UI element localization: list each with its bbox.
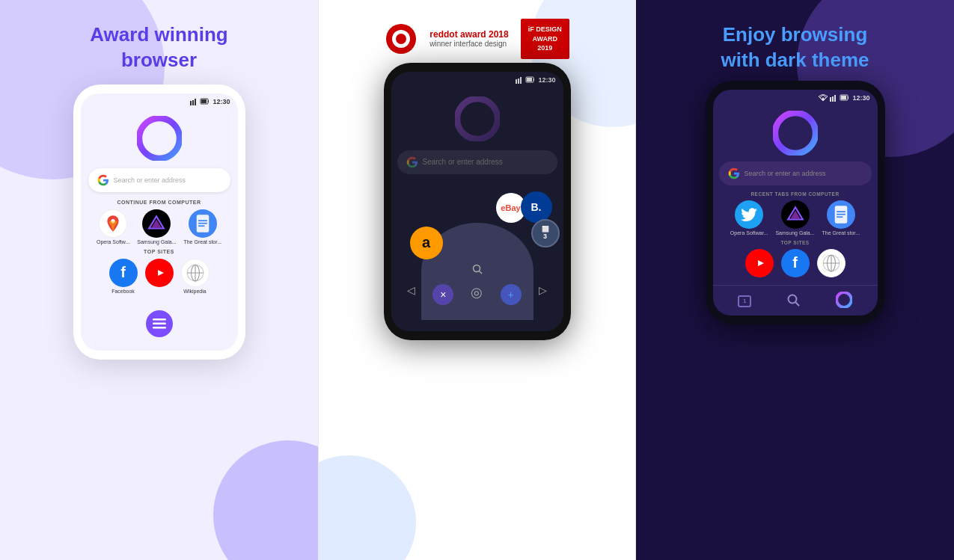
svg-rect-36 [834, 95, 836, 102]
time-left: 12:30 [212, 98, 230, 105]
svg-rect-4 [201, 99, 207, 103]
if-award: iF DESIGN AWARD 2019 [521, 19, 569, 59]
svg-rect-45 [837, 213, 846, 215]
nav-search[interactable] [786, 293, 800, 310]
app-label-samsung: Samsung Gala... [137, 239, 176, 244]
svg-rect-1 [192, 100, 194, 105]
svg-point-55 [837, 292, 851, 307]
app-label-fb: Facebook [111, 289, 135, 294]
svg-rect-29 [527, 78, 532, 81]
right-panel: Enjoy browsing with dark theme 12:30 [636, 0, 954, 560]
svg-rect-0 [190, 101, 192, 105]
phone-mockup-right: 12:30 [706, 81, 885, 324]
svg-rect-35 [832, 96, 834, 102]
section-label-recent: RECENT TABS FROM COMPUTER [713, 191, 878, 197]
reddot-label: reddot award 2018 [429, 29, 508, 40]
search-placeholder-center: Search or enter address [423, 158, 503, 166]
svg-rect-34 [830, 97, 831, 102]
app-label-docs: The Great stor... [183, 239, 221, 244]
apps-row1-left: Opera Softw... Samsung Gala... [81, 209, 238, 244]
svg-rect-26 [518, 79, 519, 84]
app-label-twitter: Opera Softwar... [730, 230, 768, 236]
svg-rect-38 [841, 96, 846, 99]
reddot-icon [385, 20, 418, 58]
speed-dial-search[interactable] [465, 257, 489, 281]
main-container: Award winning browser 12:30 [0, 0, 954, 560]
search-bar-left[interactable]: Search or enter address [88, 168, 230, 192]
svg-rect-27 [520, 77, 522, 84]
phone-mockup-center: 12:30 [384, 63, 571, 340]
phone-mockup-left: 12:30 [73, 84, 245, 360]
svg-point-40 [775, 113, 816, 153]
svg-rect-11 [198, 222, 207, 224]
app-label-docs-right: The Great stor... [822, 230, 860, 236]
svg-rect-46 [837, 216, 843, 218]
svg-rect-5 [208, 100, 209, 102]
svg-point-24 [396, 34, 406, 44]
left-panel: Award winning browser 12:30 [0, 0, 318, 560]
apps-row2-right: f [713, 249, 878, 279]
section-label-topsites-right: TOP SITES [713, 240, 878, 245]
svg-point-31 [457, 99, 498, 139]
section-label-topsites: TOP SITES [81, 249, 238, 254]
opera-logo-left [81, 116, 238, 161]
search-placeholder-left: Search or enter address [114, 176, 186, 184]
center-panel: reddot award 2018 winner interface desig… [318, 0, 636, 560]
svg-rect-44 [837, 211, 846, 212]
nav-tabs[interactable]: 1 [738, 295, 751, 307]
search-placeholder-right: Search or enter an address [744, 170, 826, 177]
svg-point-53 [789, 295, 797, 303]
search-bar-right[interactable]: Search or enter an address [719, 161, 872, 185]
reddot-sublabel: winner interface design [429, 40, 508, 48]
svg-rect-39 [848, 96, 848, 99]
svg-rect-12 [198, 225, 204, 227]
status-bar-right: 12:30 [713, 90, 878, 103]
time-right: 12:30 [852, 94, 869, 102]
time-center: 12:30 [538, 76, 555, 84]
awards-section: reddot award 2018 winner interface desig… [385, 19, 569, 59]
bottom-nav-right: 1 [713, 285, 878, 316]
right-panel-title: Enjoy browsing with dark theme [721, 22, 869, 73]
svg-point-6 [139, 118, 180, 159]
app-label-samsung-right: Samsung Gala... [775, 230, 814, 236]
svg-rect-25 [516, 79, 517, 84]
left-panel-title: Award winning browser [90, 22, 227, 73]
app-label-maps: Opera Softw... [97, 239, 129, 244]
apps-row2-left: f Facebook [81, 259, 238, 294]
svg-rect-20 [153, 322, 166, 324]
nav-opera[interactable] [836, 292, 852, 311]
svg-rect-19 [153, 319, 166, 321]
section-label-continue: CONTINUE FROM COMPUTER [81, 200, 238, 205]
svg-rect-21 [153, 327, 166, 329]
svg-rect-2 [195, 99, 196, 105]
opera-logo-right [713, 111, 878, 156]
svg-line-33 [479, 271, 482, 274]
speed-dial-nav: ◁ × ◎ + ▷ [391, 284, 563, 305]
hamburger-btn[interactable] [146, 310, 173, 337]
svg-rect-10 [198, 220, 207, 221]
status-bar-center: 12:30 [391, 72, 563, 85]
app-label-wiki: Wikipedia [183, 289, 206, 294]
svg-rect-30 [533, 79, 534, 81]
status-bar-left: 12:30 [81, 93, 238, 107]
speed-dial-area: eBay B. a ⬜3 [391, 185, 563, 320]
apps-row1-right: Opera Softwar... Samsung Gala... [713, 200, 878, 236]
svg-line-54 [795, 302, 799, 306]
opera-logo-center [391, 96, 563, 141]
search-bar-center[interactable]: Search or enter address [397, 150, 557, 174]
